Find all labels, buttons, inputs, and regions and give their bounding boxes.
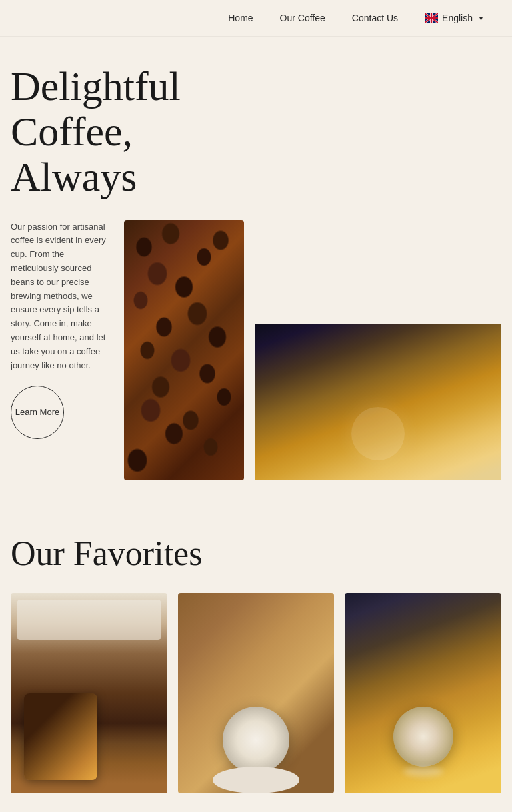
favorite-card-2[interactable] [178, 593, 335, 793]
hero-description: Our passion for artisanal coffee is evid… [11, 220, 111, 373]
hero-title: Delightful Coffee, Always [11, 63, 501, 200]
language-selector[interactable]: English ▾ [411, 0, 496, 37]
favorites-grid [11, 593, 501, 793]
lang-label: English [442, 13, 473, 23]
favorites-section: Our Favorites [0, 494, 512, 812]
latte-art-image [255, 324, 501, 480]
favorites-title: Our Favorites [11, 534, 501, 573]
nav-our-coffee[interactable]: Our Coffee [267, 0, 339, 37]
navigation: Home Our Coffee Contact Us English ▾ [0, 0, 512, 37]
learn-more-button[interactable]: Learn More [11, 386, 64, 439]
hero-images [124, 220, 501, 480]
nav-home[interactable]: Home [215, 0, 266, 37]
hero-section: Delightful Coffee, Always Our passion fo… [0, 37, 512, 494]
nav-contact[interactable]: Contact Us [339, 0, 411, 37]
flag-icon [425, 13, 438, 23]
chevron-down-icon: ▾ [479, 15, 483, 22]
hero-text-column: Our passion for artisanal coffee is evid… [11, 220, 111, 440]
favorite-card-3[interactable] [345, 593, 501, 793]
favorite-card-1[interactable] [11, 593, 167, 793]
hero-content: Our passion for artisanal coffee is evid… [11, 220, 501, 480]
coffee-beans-image [124, 220, 244, 480]
